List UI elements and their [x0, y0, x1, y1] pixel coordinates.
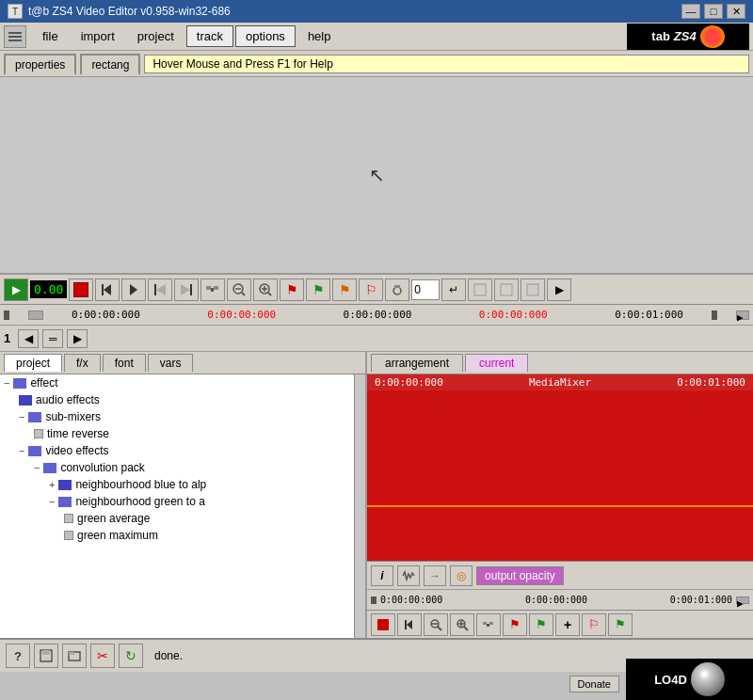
zoom-in-button[interactable]: [253, 278, 278, 301]
marker-red-button[interactable]: ⚑: [280, 278, 304, 301]
collapse-effect-icon[interactable]: −: [4, 377, 9, 389]
arr-plus-button[interactable]: +: [555, 613, 580, 636]
tab-arrangement[interactable]: arrangement: [371, 354, 463, 372]
menu-help[interactable]: help: [297, 25, 342, 47]
cut-back-button[interactable]: ⚐: [359, 278, 383, 301]
transport-bar: ▶ 0.00: [0, 275, 753, 305]
tree-item-green-average[interactable]: green average: [0, 510, 354, 527]
tab-fx[interactable]: f/x: [64, 354, 101, 372]
bottom-btn-cut[interactable]: ✂: [90, 644, 115, 668]
window-controls: — □ ✕: [681, 4, 745, 19]
tab-vars[interactable]: vars: [148, 354, 194, 372]
output-opacity-label[interactable]: output opacity: [476, 566, 564, 585]
arr-ruler-left[interactable]: [371, 597, 376, 604]
tree-item-convolution-pack[interactable]: − convolution pack: [0, 459, 354, 476]
svg-point-20: [393, 287, 401, 294]
minimize-button[interactable]: —: [681, 4, 700, 19]
app-menu-icon[interactable]: [4, 25, 26, 48]
menu-options[interactable]: options: [235, 25, 296, 47]
step-back-button[interactable]: [95, 278, 120, 301]
tree-item-video-effects[interactable]: − video effects: [0, 442, 354, 459]
close-button[interactable]: ✕: [727, 4, 745, 19]
tree-item-sub-mixers[interactable]: − sub-mixers: [0, 408, 354, 425]
tree-item-nb-blue[interactable]: + neighbourhood blue to alp: [0, 476, 354, 493]
bottom-btn-open[interactable]: [62, 644, 87, 668]
info-i-button[interactable]: i: [371, 565, 393, 586]
menu-project[interactable]: project: [127, 25, 184, 47]
svg-marker-25: [407, 620, 412, 629]
arr-marker2-button[interactable]: ⚑: [529, 613, 553, 636]
ruler-scroll-btn[interactable]: [28, 310, 43, 320]
collapse-video-effects-icon[interactable]: −: [19, 445, 24, 456]
collapse-convolution-icon[interactable]: −: [34, 462, 40, 473]
arr-marker1-button[interactable]: ⚑: [503, 613, 527, 636]
step-forward-button[interactable]: [121, 278, 146, 301]
item-time-reverse-icon: [34, 429, 43, 438]
tab-properties[interactable]: properties: [4, 54, 76, 74]
donate-button[interactable]: Donate: [569, 676, 619, 692]
svg-rect-1: [8, 36, 22, 38]
tree-item-time-reverse[interactable]: time reverse: [0, 425, 354, 442]
arr-flag3-button[interactable]: ⚑: [608, 613, 633, 636]
maximize-button[interactable]: □: [704, 4, 723, 19]
tab-font[interactable]: font: [103, 354, 146, 372]
svg-rect-22: [474, 284, 486, 295]
arr-loop-button[interactable]: [476, 613, 501, 636]
tree-item-green-maximum[interactable]: green maximum: [0, 527, 354, 544]
arr-back-button[interactable]: ⚐: [582, 613, 606, 636]
track-back-button[interactable]: ◀: [18, 329, 39, 348]
svg-line-15: [242, 293, 245, 295]
scroll-right-button[interactable]: ▶: [547, 278, 571, 301]
collapse-nb-green-icon[interactable]: −: [49, 496, 55, 507]
tree-item-effect[interactable]: − effect: [0, 374, 354, 391]
ruler-right-btn[interactable]: [712, 310, 717, 320]
info-arrow-button[interactable]: →: [424, 565, 446, 586]
menu-track[interactable]: track: [186, 25, 233, 47]
ruler-far-right-btn[interactable]: ▶: [736, 310, 749, 320]
info-wave-button[interactable]: [397, 565, 420, 586]
preview-area: ↖: [0, 77, 753, 275]
folder-nb-green-icon: [58, 497, 72, 507]
marker-next-button[interactable]: ⚑: [332, 278, 357, 301]
menu-import[interactable]: import: [71, 25, 125, 47]
menu-file[interactable]: file: [32, 25, 69, 47]
tab-rectang[interactable]: rectang: [80, 54, 140, 74]
expand-nb-blue-icon[interactable]: +: [49, 479, 55, 490]
bottom-btn-arrow[interactable]: ↻: [119, 644, 143, 668]
frame-btn-3[interactable]: [521, 278, 545, 301]
snapshot-button[interactable]: [385, 278, 409, 301]
tree-item-nb-green[interactable]: − neighbourhood green to a: [0, 493, 354, 510]
ruler-left-btn[interactable]: [4, 310, 9, 320]
tab-current[interactable]: current: [465, 354, 528, 372]
bottom-btn-help[interactable]: ?: [6, 644, 30, 668]
svg-rect-36: [489, 622, 493, 625]
play-button[interactable]: ▶: [4, 278, 28, 301]
in-point-button[interactable]: [148, 278, 172, 301]
tree-vscrollbar[interactable]: [354, 374, 365, 638]
info-circle-button[interactable]: ◎: [450, 565, 473, 586]
arr-zoomin-button[interactable]: [450, 613, 474, 636]
tree-item-audio-effects[interactable]: audio effects: [0, 391, 354, 408]
arr-ruler-right[interactable]: ▶: [736, 597, 749, 604]
enter-button[interactable]: ↵: [441, 278, 466, 301]
tab-project[interactable]: project: [4, 354, 62, 372]
folder-sub-mixers-icon: [28, 412, 41, 422]
marker-green-button[interactable]: ⚑: [306, 278, 330, 301]
track-equal-button[interactable]: ═: [42, 329, 63, 348]
collapse-sub-mixers-icon[interactable]: −: [19, 411, 24, 422]
arr-stepback-button[interactable]: [397, 613, 422, 636]
loop-button[interactable]: [200, 278, 225, 301]
ruler-time-5: 0:00:01:000: [615, 309, 683, 321]
stop-button[interactable]: [69, 278, 93, 301]
frame-btn-2[interactable]: [494, 278, 519, 301]
svg-rect-0: [8, 32, 22, 34]
out-point-button[interactable]: [174, 278, 199, 301]
arr-zoomout-button[interactable]: [424, 613, 448, 636]
arr-stop-button[interactable]: [371, 613, 395, 636]
zoom-out-button[interactable]: [227, 278, 251, 301]
counter-input[interactable]: [411, 279, 440, 300]
frame-btn-1[interactable]: [468, 278, 492, 301]
bottom-btn-save[interactable]: [34, 644, 58, 668]
track-forward-button[interactable]: ▶: [67, 329, 88, 348]
arrangement-ruler: 0:00:00:000 0:00:00:000 0:00:01:000 ▶: [367, 589, 753, 610]
